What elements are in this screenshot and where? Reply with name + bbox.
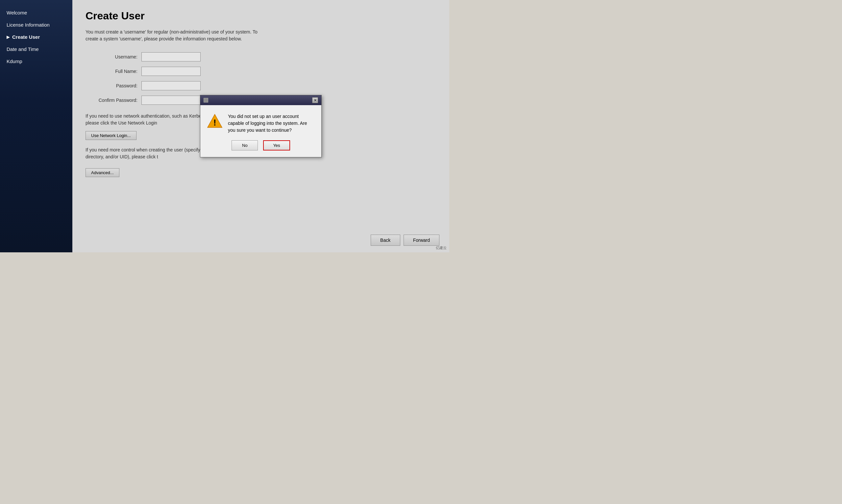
dialog: ✕ ! You did not set up an user account c…: [200, 95, 322, 157]
dialog-yes-button[interactable]: Yes: [263, 140, 290, 150]
dialog-titlebar: ✕: [200, 95, 321, 105]
dialog-buttons: No Yes: [200, 140, 321, 157]
active-arrow-icon: ▶: [6, 35, 10, 39]
sidebar-item-create-user[interactable]: ▶ Create User: [0, 31, 72, 43]
sidebar-item-license-information[interactable]: License Information: [0, 19, 72, 31]
sidebar-item-date-label: Date and Time: [6, 46, 39, 52]
dialog-titlebar-left: [204, 98, 210, 103]
dialog-body: ! You did not set up an user account cap…: [200, 105, 321, 140]
main-content: Create User You must create a 'username'…: [72, 0, 449, 252]
sidebar-item-welcome[interactable]: Welcome: [0, 6, 72, 19]
dialog-title-icon: [204, 98, 208, 103]
warning-icon: !: [207, 113, 223, 129]
sidebar-item-license-label: License Information: [6, 22, 50, 28]
sidebar-item-kdump[interactable]: Kdump: [0, 55, 72, 67]
svg-text:!: !: [213, 118, 217, 127]
dialog-message: You did not set up an user account capab…: [228, 113, 315, 134]
sidebar-item-date-and-time[interactable]: Date and Time: [0, 43, 72, 55]
sidebar-item-kdump-label: Kdump: [6, 58, 22, 64]
dialog-no-button[interactable]: No: [231, 140, 258, 150]
dialog-overlay: ✕ ! You did not set up an user account c…: [72, 0, 449, 252]
sidebar-item-create-user-label: Create User: [12, 34, 40, 40]
sidebar: Welcome License Information ▶ Create Use…: [0, 0, 72, 252]
dialog-close-button[interactable]: ✕: [312, 97, 318, 103]
sidebar-item-welcome-label: Welcome: [6, 10, 27, 15]
